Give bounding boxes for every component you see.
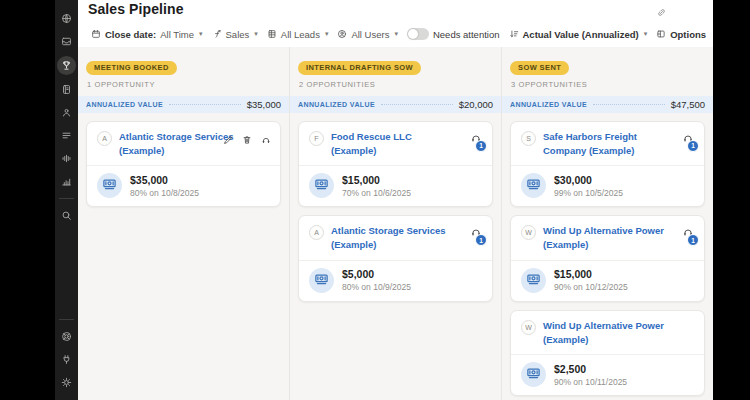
opportunity-value-avatar <box>309 173 334 198</box>
filter-leads[interactable]: All Leads▾ <box>267 29 329 40</box>
filter-value: All Users <box>351 29 389 40</box>
confidence-and-date: 70% on 10/6/2025 <box>342 188 411 198</box>
globe-icon <box>61 10 72 28</box>
opportunity-value-avatar <box>521 173 546 198</box>
inbox-icon <box>61 33 72 51</box>
chevron-down-icon: ▾ <box>644 30 648 38</box>
needs-attention-toggle[interactable] <box>407 28 429 40</box>
card-value-row: $30,00099% on 10/5/2025 <box>511 165 704 206</box>
opportunity-value-avatar <box>97 173 122 198</box>
pipeline-board: MEETING BOOKED1 OPPORTUNITYANNUALIZED VA… <box>78 47 713 400</box>
opportunity-card[interactable]: WWind Up Alternative Power (Example)$2,5… <box>510 310 705 397</box>
opportunity-title[interactable]: Safe Harbors Freight Company (Example) <box>543 130 671 159</box>
opportunity-value-avatar <box>521 362 546 387</box>
filter-users[interactable]: All Users▾ <box>337 29 398 40</box>
leads-icon <box>267 29 277 39</box>
opportunity-card[interactable]: AAtlantic Storage Services (Example)1$5,… <box>298 215 493 302</box>
card-value-row: $2,50090% on 10/11/2025 <box>511 354 704 395</box>
delete-icon <box>242 131 252 149</box>
options-button[interactable]: Options <box>656 29 706 40</box>
confidence-and-date: 90% on 10/12/2025 <box>554 282 628 292</box>
value-text-block: $35,00080% on 10/8/2025 <box>130 174 199 198</box>
sidebar-item-plug[interactable] <box>58 351 75 368</box>
value-text-block: $15,00090% on 10/12/2025 <box>554 268 628 292</box>
sidebar-item-search[interactable] <box>58 207 75 224</box>
filter-value: Sales <box>226 29 250 40</box>
sidebar-search-group <box>58 204 75 227</box>
notification-badge: 1 <box>687 140 699 152</box>
dotted-leader <box>381 104 453 105</box>
confidence-and-date: 90% on 10/11/2025 <box>554 377 627 387</box>
journal-icon <box>61 81 72 99</box>
search-icon <box>61 207 72 225</box>
headset-button[interactable] <box>261 131 271 149</box>
activity-indicator[interactable]: 1 <box>470 130 482 148</box>
opportunity-title[interactable]: Wind Up Alternative Power (Example) <box>543 224 671 253</box>
link-icon <box>656 4 667 21</box>
options-icon <box>656 29 666 39</box>
sidebar-item-help[interactable] <box>58 328 75 345</box>
stage-badge: SOW SENT <box>510 61 569 75</box>
activity-indicator[interactable]: 1 <box>470 224 482 242</box>
lead-avatar: A <box>309 225 324 240</box>
calendar-icon <box>91 29 101 39</box>
sidebar-item-contacts[interactable] <box>58 104 75 121</box>
sidebar-divider-bottom <box>59 319 74 320</box>
value-text-block: $30,00099% on 10/5/2025 <box>554 174 623 198</box>
lead-avatar: F <box>309 131 324 146</box>
activity-indicator[interactable]: 1 <box>682 130 694 148</box>
opportunity-card[interactable]: FFood Rescue LLC (Example)1$15,00070% on… <box>298 121 493 208</box>
opportunity-count: 3 OPPORTUNITIES <box>511 80 713 89</box>
notification-badge: 1 <box>475 234 487 246</box>
toggle-knob <box>408 29 418 39</box>
annualized-value-bar: ANNUALIZED VALUE$20,000 <box>290 96 501 113</box>
sidebar-divider <box>59 198 74 199</box>
opportunity-title[interactable]: Atlantic Storage Services (Example) <box>331 224 459 253</box>
annualized-value-bar: ANNUALIZED VALUE$47,500 <box>502 96 713 113</box>
annualized-value-label: ANNUALIZED VALUE <box>86 101 163 108</box>
sidebar-item-waveform[interactable] <box>58 150 75 167</box>
main-panel: Sales Pipeline Close date:All Time▾Sales… <box>78 0 713 400</box>
cards-list: AAtlantic Storage Services (Example)$35,… <box>78 113 289 216</box>
opportunity-title[interactable]: Food Rescue LLC (Example) <box>331 130 459 159</box>
delete-button[interactable] <box>242 131 252 149</box>
sidebar-item-gear[interactable] <box>58 374 75 391</box>
sidebar-item-journal[interactable] <box>58 81 75 98</box>
opportunity-card[interactable]: AAtlantic Storage Services (Example)$35,… <box>86 121 281 208</box>
sidebar-bottom-group <box>58 325 75 394</box>
contacts-icon <box>61 104 72 122</box>
value-text-block: $5,00080% on 10/9/2025 <box>342 268 411 292</box>
chart-icon <box>61 173 72 191</box>
copy-link-button[interactable] <box>656 4 667 22</box>
confidence-and-date: 80% on 10/9/2025 <box>342 282 411 292</box>
sort-icon <box>509 29 519 39</box>
headset-icon <box>261 131 271 149</box>
list-icon <box>61 127 72 145</box>
sort-dropdown[interactable]: Actual Value (Annualized)▾ <box>509 29 648 40</box>
sort-value: Actual Value (Annualized) <box>523 29 639 40</box>
annualized-value-bar: ANNUALIZED VALUE$35,000 <box>78 96 289 113</box>
sidebar-item-inbox[interactable] <box>58 33 75 50</box>
activity-indicator[interactable]: 1 <box>682 224 694 242</box>
opportunity-value: $15,000 <box>554 268 628 280</box>
users-icon <box>337 29 347 39</box>
edit-button[interactable] <box>223 131 233 149</box>
sidebar-item-globe[interactable] <box>58 10 75 27</box>
card-value-row: $35,00080% on 10/8/2025 <box>87 165 280 206</box>
opportunity-value: $30,000 <box>554 174 623 186</box>
sidebar-item-chart[interactable] <box>58 173 75 190</box>
opportunity-title[interactable]: Wind Up Alternative Power (Example) <box>543 319 671 348</box>
filter-calendar[interactable]: Close date:All Time▾ <box>91 29 203 40</box>
filter-value: All Leads <box>281 29 320 40</box>
money-icon <box>314 176 329 195</box>
sidebar-item-list[interactable] <box>58 127 75 144</box>
notification-badge: 1 <box>475 140 487 152</box>
needs-attention-label: Needs attention <box>433 29 500 40</box>
sidebar-item-trophy[interactable] <box>57 56 76 75</box>
help-icon <box>61 328 72 346</box>
chevron-down-icon: ▾ <box>394 30 398 38</box>
opportunity-value: $5,000 <box>342 268 411 280</box>
opportunity-card[interactable]: SSafe Harbors Freight Company (Example)1… <box>510 121 705 208</box>
opportunity-card[interactable]: WWind Up Alternative Power (Example)1$15… <box>510 215 705 302</box>
filter-funnel[interactable]: Sales▾ <box>212 29 258 40</box>
